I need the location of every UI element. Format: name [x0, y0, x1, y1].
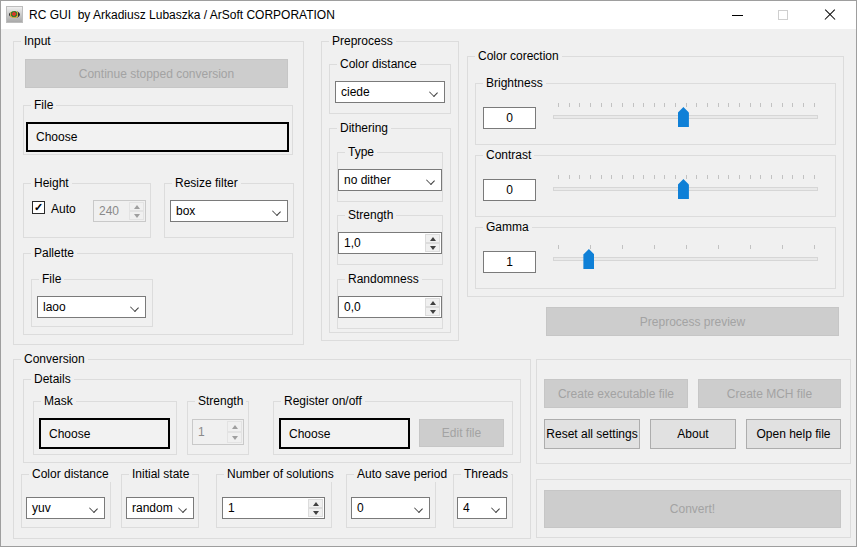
- height-auto-label: Auto: [51, 202, 76, 216]
- minimize-button[interactable]: [715, 1, 760, 29]
- spinner-down-icon: [134, 214, 140, 218]
- contrast-slider[interactable]: [551, 173, 821, 203]
- dither-randomness-label: Randomness: [345, 272, 422, 287]
- number-of-solutions-spinner[interactable]: 1: [222, 497, 325, 519]
- spinner-down-icon: [232, 436, 238, 440]
- contrast-value: 0: [506, 183, 513, 197]
- spinner-down-button[interactable]: [308, 508, 323, 517]
- preprocess-color-distance-select[interactable]: ciede: [335, 81, 445, 103]
- chevron-down-icon: [415, 505, 422, 512]
- threads-select[interactable]: 4: [457, 497, 507, 519]
- create-executable-file-button[interactable]: Create executable file: [544, 379, 688, 408]
- number-of-solutions-value: 1: [228, 501, 235, 515]
- chevron-down-icon: [430, 89, 437, 96]
- conversion-color-distance-value: yuv: [32, 501, 51, 515]
- input-file-choose-button[interactable]: Choose: [26, 122, 289, 152]
- pallette-file-group-label: File: [39, 272, 64, 287]
- pallette-group-label: Pallette: [31, 246, 77, 261]
- eye-icon: [9, 11, 20, 18]
- maximize-icon: [778, 10, 788, 20]
- details-group-label: Details: [31, 372, 74, 387]
- spinner-up-button[interactable]: [425, 298, 440, 307]
- spinner-up-icon: [232, 425, 238, 429]
- chevron-down-icon: [90, 505, 97, 512]
- spinner-up-icon: [134, 205, 140, 209]
- spinner-down-button[interactable]: [425, 243, 440, 252]
- contrast-slider-thumb[interactable]: [678, 179, 689, 199]
- about-button[interactable]: About: [650, 419, 736, 449]
- slider-ticks: [558, 103, 815, 107]
- brightness-slider-thumb[interactable]: [678, 107, 689, 127]
- minimize-icon: [732, 15, 743, 16]
- conversion-color-distance-label: Color distance: [29, 467, 112, 482]
- continue-stopped-conversion-button[interactable]: Continue stopped conversion: [25, 59, 288, 88]
- spinner-up-button[interactable]: [425, 234, 440, 243]
- spinner-down-button[interactable]: [227, 432, 242, 443]
- dithering-group-label: Dithering: [337, 121, 391, 136]
- brightness-group-label: Brightness: [483, 76, 546, 91]
- height-auto-checkbox[interactable]: ✓: [32, 201, 45, 214]
- app-window: RC GUI by Arkadiusz Lubaszka / ArSoft CO…: [0, 0, 857, 547]
- create-mch-file-button[interactable]: Create MCH file: [698, 379, 841, 408]
- convert-button[interactable]: Convert!: [544, 490, 841, 528]
- spinner-down-icon: [313, 511, 319, 515]
- auto-save-period-label: Auto save period: [354, 467, 450, 482]
- conversion-group-label: Conversion: [21, 352, 88, 367]
- threads-value: 4: [463, 501, 470, 515]
- dither-strength-spinner[interactable]: 1,0: [338, 232, 442, 254]
- conversion-strength-spinner[interactable]: 1: [192, 419, 244, 445]
- chevron-down-icon: [273, 208, 280, 215]
- mask-choose-button[interactable]: Choose: [39, 418, 170, 449]
- close-button[interactable]: [807, 1, 852, 29]
- spinner-up-button[interactable]: [227, 421, 242, 432]
- color-correction-group-label: Color corection: [475, 49, 562, 64]
- app-icon: [6, 6, 23, 23]
- resize-filter-group-label: Resize filter: [172, 176, 241, 191]
- contrast-value-input[interactable]: 0: [483, 179, 536, 201]
- register-choose-button[interactable]: Choose: [279, 418, 410, 449]
- resize-filter-select[interactable]: box: [170, 200, 288, 222]
- number-of-solutions-label: Number of solutions: [224, 467, 337, 482]
- dither-type-select[interactable]: no dither: [338, 169, 442, 191]
- brightness-value-input[interactable]: 0: [483, 107, 536, 129]
- preprocess-group-label: Preprocess: [329, 34, 396, 49]
- open-help-file-button[interactable]: Open help file: [746, 419, 841, 449]
- height-value-spinner[interactable]: 240: [93, 200, 146, 222]
- edit-file-button[interactable]: Edit file: [419, 419, 504, 447]
- dither-randomness-spinner[interactable]: 0,0: [338, 296, 442, 318]
- gamma-slider[interactable]: [551, 243, 821, 273]
- height-group-label: Height: [31, 176, 72, 191]
- register-group-label: Register on/off: [281, 394, 365, 409]
- reset-all-settings-button[interactable]: Reset all settings: [544, 419, 640, 449]
- gamma-value-input[interactable]: 1: [483, 251, 536, 273]
- chevron-down-icon: [492, 505, 499, 512]
- preprocess-preview-button[interactable]: Preprocess preview: [546, 307, 839, 336]
- preprocess-color-distance-label: Color distance: [337, 57, 420, 72]
- chevron-down-icon: [131, 304, 138, 311]
- resize-filter-value: box: [176, 204, 195, 218]
- mask-group-label: Mask: [41, 394, 76, 409]
- conversion-strength-value: 1: [198, 425, 205, 439]
- initial-state-select[interactable]: random: [126, 497, 194, 519]
- conversion-color-distance-select[interactable]: yuv: [26, 497, 105, 519]
- spinner-down-icon: [430, 310, 436, 314]
- title-bar[interactable]: RC GUI by Arkadiusz Lubaszka / ArSoft CO…: [1, 1, 856, 29]
- checkmark-icon: ✓: [34, 202, 43, 213]
- height-value: 240: [99, 204, 119, 218]
- spinner-up-button[interactable]: [308, 499, 323, 508]
- auto-save-period-select[interactable]: 0: [351, 497, 430, 519]
- initial-state-label: Initial state: [129, 467, 192, 482]
- spinner-down-button[interactable]: [425, 307, 440, 316]
- spinner-up-button[interactable]: [129, 202, 144, 211]
- gamma-value: 1: [506, 255, 513, 269]
- pallette-file-select[interactable]: laoo: [37, 296, 146, 318]
- threads-label: Threads: [461, 467, 511, 482]
- spinner-down-button[interactable]: [129, 211, 144, 220]
- dither-strength-value: 1,0: [344, 236, 361, 250]
- chevron-down-icon: [179, 505, 186, 512]
- contrast-group-label: Contrast: [483, 148, 534, 163]
- conversion-strength-label: Strength: [195, 394, 246, 409]
- brightness-slider[interactable]: [551, 101, 821, 131]
- gamma-slider-thumb[interactable]: [583, 249, 594, 269]
- spinner-up-icon: [313, 502, 319, 506]
